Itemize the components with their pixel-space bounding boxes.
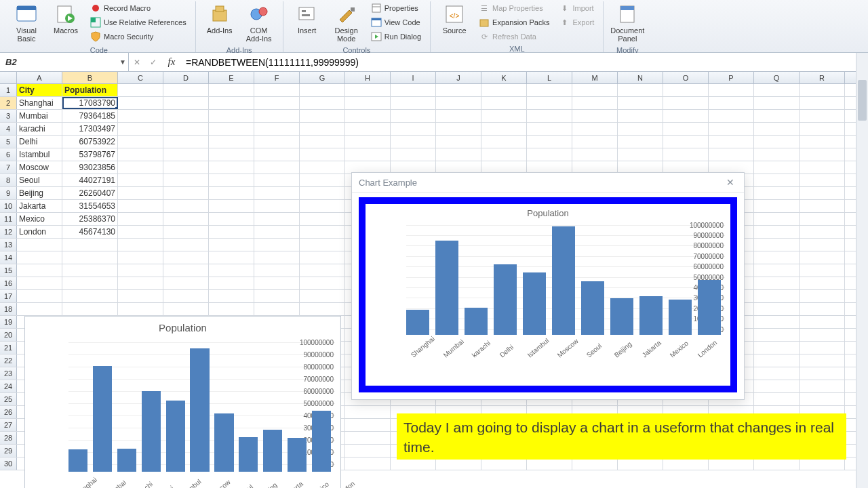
cell[interactable] — [209, 226, 254, 238]
cell[interactable] — [300, 226, 345, 238]
row-header[interactable]: 27 — [0, 419, 17, 431]
cell[interactable] — [754, 148, 800, 161]
cell[interactable] — [800, 290, 845, 302]
column-header-P[interactable]: P — [709, 72, 754, 83]
cell[interactable] — [572, 123, 618, 135]
cell[interactable] — [572, 97, 618, 109]
cell[interactable]: 31554653 — [62, 200, 118, 212]
name-box-input[interactable] — [0, 57, 117, 67]
cell[interactable] — [572, 84, 618, 96]
cell[interactable] — [300, 136, 345, 148]
column-header-O[interactable]: O — [663, 72, 709, 83]
cell[interactable] — [754, 354, 800, 367]
cell[interactable] — [209, 187, 254, 199]
cell[interactable] — [209, 303, 254, 315]
cell[interactable] — [527, 136, 572, 148]
cell[interactable] — [163, 264, 209, 277]
row-header[interactable]: 1 — [0, 84, 17, 96]
cell[interactable] — [254, 110, 300, 122]
cell[interactable] — [254, 200, 300, 212]
cell[interactable]: 17083790 — [62, 97, 118, 109]
cell[interactable] — [391, 123, 436, 135]
row-header[interactable]: 20 — [0, 329, 17, 341]
cell[interactable] — [300, 174, 345, 186]
cell[interactable] — [663, 148, 709, 161]
embedded-chart[interactable]: Population 01000000020000000300000004000… — [24, 316, 341, 488]
cell[interactable] — [754, 342, 800, 354]
cell[interactable]: Population — [62, 84, 118, 96]
cell[interactable] — [800, 354, 845, 367]
row-header[interactable]: 26 — [0, 406, 17, 418]
cell[interactable] — [391, 148, 436, 161]
cell[interactable] — [118, 187, 163, 199]
cell[interactable] — [754, 290, 800, 302]
cell[interactable] — [118, 213, 163, 225]
cell[interactable]: 26260407 — [62, 187, 118, 199]
cell[interactable] — [618, 123, 663, 135]
cell[interactable] — [800, 264, 845, 277]
row-header[interactable]: 13 — [0, 239, 17, 251]
cell[interactable] — [209, 290, 254, 302]
cell[interactable] — [209, 200, 254, 212]
cell[interactable] — [754, 97, 800, 109]
cell[interactable] — [800, 251, 845, 264]
cell[interactable] — [300, 213, 345, 225]
column-header-D[interactable]: D — [163, 72, 209, 83]
cell[interactable] — [300, 161, 345, 174]
cell[interactable] — [391, 136, 436, 148]
row-header[interactable]: 29 — [0, 445, 17, 457]
cell[interactable] — [254, 213, 300, 225]
cell[interactable] — [118, 303, 163, 315]
cell[interactable] — [163, 136, 209, 148]
cell[interactable] — [163, 187, 209, 199]
cell[interactable] — [345, 97, 391, 109]
cell[interactable] — [254, 290, 300, 302]
cell[interactable] — [163, 290, 209, 302]
macro-security-button[interactable]: Macro Security — [87, 30, 190, 43]
cell[interactable] — [209, 136, 254, 148]
cell[interactable] — [118, 97, 163, 109]
cell[interactable] — [800, 187, 845, 199]
cell[interactable] — [17, 277, 62, 289]
row-header[interactable]: 19 — [0, 316, 17, 328]
cell[interactable] — [754, 136, 800, 148]
cell[interactable] — [800, 226, 845, 238]
cell[interactable] — [254, 123, 300, 135]
cell[interactable] — [209, 84, 254, 96]
cell[interactable] — [163, 200, 209, 212]
cell[interactable] — [572, 148, 618, 161]
cell[interactable] — [527, 84, 572, 96]
cell[interactable] — [754, 84, 800, 96]
cell[interactable] — [345, 123, 391, 135]
cell[interactable] — [209, 161, 254, 174]
column-header-C[interactable]: C — [118, 72, 163, 83]
cell[interactable]: Mexico — [17, 213, 62, 225]
row-header[interactable]: 21 — [0, 342, 17, 354]
cell[interactable] — [527, 148, 572, 161]
cell[interactable] — [800, 316, 845, 328]
view-code-button[interactable]: View Code — [368, 16, 425, 29]
cell[interactable] — [345, 458, 391, 470]
column-header-G[interactable]: G — [300, 72, 345, 83]
cell[interactable] — [663, 110, 709, 122]
properties-button[interactable]: Properties — [368, 1, 425, 15]
cell[interactable]: 44027191 — [62, 174, 118, 186]
cell[interactable] — [62, 264, 118, 277]
row-header[interactable]: 16 — [0, 277, 17, 289]
column-header-I[interactable]: I — [391, 72, 436, 83]
name-box[interactable]: ▼ — [0, 53, 129, 71]
cell[interactable] — [345, 148, 391, 161]
cell[interactable] — [163, 213, 209, 225]
cell[interactable] — [163, 277, 209, 289]
cell[interactable] — [254, 97, 300, 109]
cell[interactable] — [300, 303, 345, 315]
cell[interactable] — [663, 97, 709, 109]
row-header[interactable]: 25 — [0, 393, 17, 405]
cell[interactable] — [800, 393, 845, 405]
cell[interactable] — [17, 251, 62, 264]
cell[interactable] — [800, 136, 845, 148]
row-header[interactable]: 7 — [0, 161, 17, 174]
cell[interactable] — [118, 226, 163, 238]
userform-window[interactable]: Chart Example ✕ Population 0100000002000… — [351, 172, 745, 400]
cell[interactable] — [300, 97, 345, 109]
